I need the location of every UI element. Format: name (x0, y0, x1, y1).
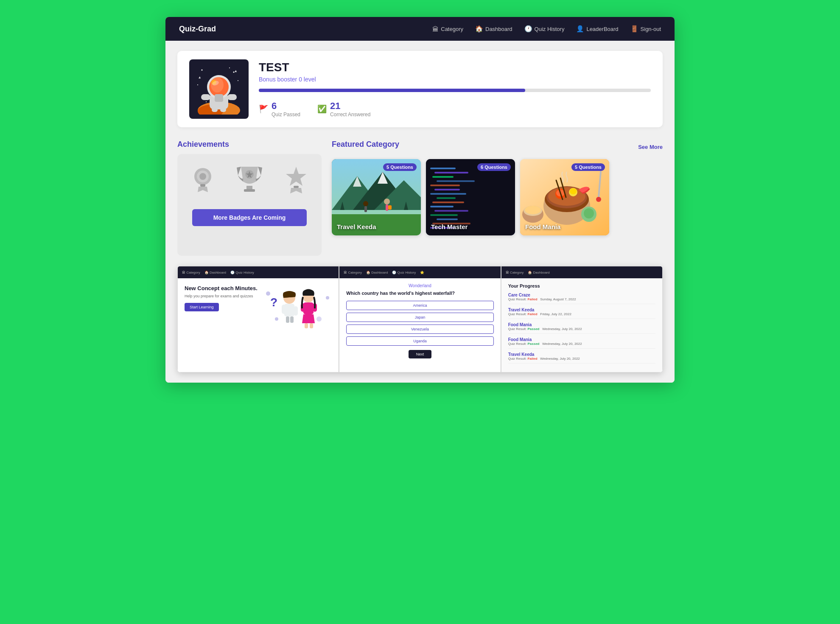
nav-dashboard[interactable]: 🏠 Dashboard (475, 25, 512, 33)
svg-point-79 (266, 291, 270, 296)
main-content: TEST Bonus booster 0 level 🚩 6 Quiz Pass… (165, 41, 675, 383)
category-icon: 🏛 (432, 25, 439, 33)
svg-marker-7 (199, 76, 201, 78)
svg-rect-19 (212, 108, 218, 112)
correct-answered-label: Correct Answered (330, 112, 370, 118)
browser-window: Quiz-Grad 🏛 Category 🏠 Dashboard 🕐 Quiz … (165, 17, 675, 383)
tech-questions-badge: 6 Questions (477, 163, 511, 171)
quiz-passed-value: 6 (272, 101, 300, 112)
svg-point-39 (363, 201, 368, 206)
badges-row (186, 162, 313, 196)
svg-point-74 (525, 206, 541, 214)
svg-point-2 (197, 84, 198, 85)
svg-rect-11 (201, 94, 210, 100)
svg-point-69 (570, 188, 577, 194)
mini-sub-text: Help you prepare for exams and quizzes (185, 294, 260, 298)
quiz-passed-label: Quiz Passed (272, 112, 300, 118)
achievements-section: Achievements (177, 140, 322, 256)
svg-rect-52 (430, 193, 466, 195)
svg-point-78 (596, 197, 601, 202)
travel-questions-badge: 5 Questions (383, 163, 417, 171)
nav-quiz-history[interactable]: 🕐 Quiz History (524, 25, 565, 33)
food-questions-badge: 5 Questions (571, 163, 605, 171)
astronaut-illustration (193, 64, 244, 115)
profile-subtitle: Bonus booster 0 level (259, 76, 651, 83)
more-badges-button[interactable]: More Badges Are Coming (192, 209, 307, 226)
svg-rect-87 (294, 306, 298, 316)
flag-icon: 🚩 (259, 104, 268, 114)
nav-leaderboard[interactable]: 👤 LeaderBoard (576, 25, 618, 33)
mini-question: Which country has the world's highest wa… (346, 291, 493, 296)
food-label: Food Mania (525, 223, 560, 230)
mini-category-label: Wonderland (346, 283, 493, 288)
svg-marker-6 (235, 70, 237, 72)
svg-rect-89 (290, 316, 294, 323)
see-more-link[interactable]: See More (638, 144, 663, 150)
achievements-card: More Badges Are Coming (177, 154, 322, 256)
svg-point-1 (233, 72, 235, 73)
svg-rect-42 (386, 204, 388, 211)
dashboard-icon: 🏠 (475, 25, 483, 33)
svg-point-41 (384, 199, 390, 204)
category-card-travel[interactable]: 5 Questions Travel Keeda (332, 159, 421, 235)
mini-option-venezuela[interactable]: Venezuela (346, 325, 493, 334)
check-circle-icon: ✅ (317, 104, 327, 114)
profile-card: TEST Bonus booster 0 level 🚩 6 Quiz Pass… (177, 51, 663, 127)
quiz-history-icon: 🕐 (524, 25, 532, 33)
mini-hero-text: New Concept each Minutes. (185, 285, 260, 291)
svg-rect-54 (432, 201, 464, 203)
svg-point-82 (275, 317, 278, 321)
mini-next-button[interactable]: Next (409, 350, 432, 358)
svg-rect-20 (220, 108, 226, 112)
svg-rect-58 (437, 218, 458, 220)
travel-label: Travel Keeda (337, 223, 376, 230)
svg-rect-48 (432, 176, 454, 178)
category-card-tech[interactable]: 6 Questions Tech Master (426, 159, 515, 235)
svg-point-4 (206, 101, 207, 102)
featured-section: Featured Category See More (332, 140, 663, 235)
svg-point-81 (316, 316, 322, 322)
mini-screen-middle: 🏛 Category 🏠 Dashboard 🕐 Quiz History ⭐ … (339, 266, 501, 372)
svg-rect-53 (437, 197, 456, 199)
quiz-people-svg: ? (264, 285, 332, 332)
star-badge-icon (283, 165, 309, 194)
mini-start-btn[interactable]: Start Learning (185, 303, 219, 311)
svg-rect-47 (434, 172, 468, 173)
svg-rect-55 (430, 206, 454, 207)
mini-option-japan[interactable]: Japan (346, 313, 493, 322)
featured-header: Featured Category See More (332, 140, 663, 154)
svg-rect-49 (437, 180, 475, 182)
stat-quiz-passed: 🚩 6 Quiz Passed (259, 101, 300, 118)
svg-point-5 (229, 67, 230, 68)
progress-bar-fill (259, 89, 525, 92)
mini-navbar-middle: 🏛 Category 🏠 Dashboard 🕐 Quiz History ⭐ (339, 266, 500, 278)
svg-rect-56 (434, 210, 468, 212)
mini-navbar-left: 🏛 Category 🏠 Dashboard 🕐 Quiz History (178, 266, 339, 278)
svg-point-3 (238, 80, 238, 81)
category-card-food[interactable]: 5 Questions Food Mania (520, 159, 609, 235)
mini-progress-title: Your Progress (508, 283, 655, 288)
svg-marker-29 (286, 167, 306, 186)
mini-screen-left: 🏛 Category 🏠 Dashboard 🕐 Quiz History Ne… (177, 266, 339, 372)
mini-option-uganda[interactable]: Uganda (346, 336, 493, 346)
nav-signout[interactable]: 🚪 Sign-out (630, 25, 661, 33)
svg-rect-12 (227, 94, 237, 100)
svg-rect-24 (200, 184, 205, 187)
svg-rect-95 (310, 323, 313, 328)
nav-category[interactable]: 🏛 Category (432, 25, 463, 33)
svg-rect-46 (430, 168, 456, 169)
svg-rect-26 (244, 189, 255, 192)
svg-point-0 (202, 70, 203, 71)
svg-rect-43 (388, 205, 392, 210)
profile-name: TEST (259, 61, 651, 74)
svg-rect-40 (364, 206, 367, 212)
medal-badge-icon (190, 165, 216, 194)
stat-correct-answered: ✅ 21 Correct Answered (317, 101, 370, 118)
svg-rect-18 (215, 94, 223, 102)
mini-option-america[interactable]: America (346, 301, 493, 310)
svg-rect-30 (294, 186, 299, 188)
mini-left-content: New Concept each Minutes. Help you prepa… (178, 278, 339, 334)
correct-answered-value: 21 (330, 101, 370, 112)
navbar: Quiz-Grad 🏛 Category 🏠 Dashboard 🕐 Quiz … (165, 17, 675, 41)
lower-sections: Achievements (177, 140, 663, 256)
